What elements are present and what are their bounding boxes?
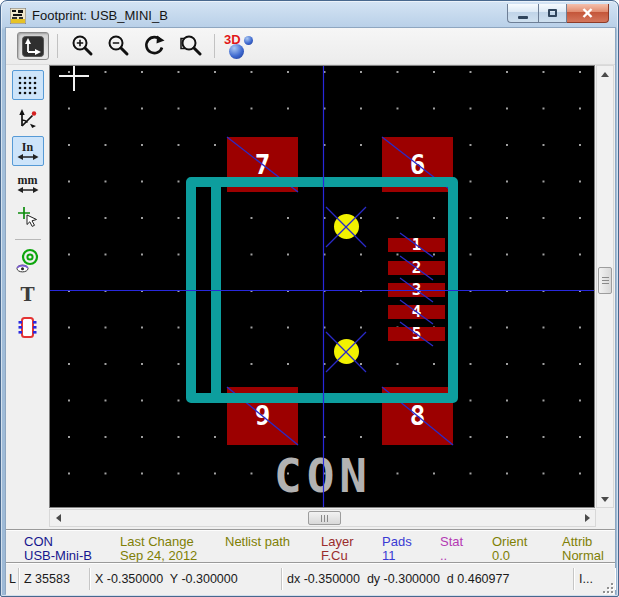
field-value: USB-Mini-B (24, 548, 92, 563)
text-icon: T (20, 285, 34, 304)
down-arrow-icon (601, 497, 609, 506)
horizontal-scrollbar[interactable] (49, 509, 596, 527)
vertical-scrollbar[interactable] (596, 65, 614, 508)
maximize-button[interactable] (538, 4, 567, 23)
field-label: Netlist path (225, 534, 290, 549)
minimize-icon (518, 16, 528, 19)
show-axes-button[interactable] (17, 32, 49, 60)
top-toolbar: 3D (6, 28, 615, 65)
status-cell-mode: L (6, 568, 19, 590)
inches-label: In (22, 142, 33, 153)
field-value: 11 (382, 548, 396, 563)
status-cell-position: X -0.350000 Y -0.300000 (90, 568, 282, 590)
field-value: Normal (562, 548, 604, 563)
polar-coords-icon (17, 107, 39, 129)
axes-layer (50, 66, 594, 507)
mm-label: mm (18, 175, 38, 186)
right-arrow-icon (585, 514, 594, 522)
redraw-icon (142, 34, 166, 58)
toolbar-separator (57, 34, 58, 58)
up-arrow-icon (601, 68, 609, 77)
drawing-canvas[interactable]: 7 6 9 8 1 2 3 4 5 (50, 66, 594, 507)
pad-eye-icon (15, 248, 41, 274)
zoom-fit-icon (178, 34, 202, 58)
pad-display-button[interactable] (12, 246, 44, 276)
cursor-crosshair (59, 66, 89, 91)
text-display-button[interactable]: T (12, 279, 44, 309)
units-mm-button[interactable]: mm (12, 169, 44, 199)
threed-label: 3D (224, 32, 241, 47)
left-arrow-icon (52, 514, 61, 522)
cursor-shape-button[interactable] (12, 202, 44, 232)
footprint-outline-icon (16, 315, 39, 340)
field-label: Pads (382, 534, 412, 549)
vertical-scroll-thumb[interactable] (598, 267, 612, 294)
double-arrow-icon (17, 186, 39, 194)
status-cell-delta: dx -0.350000 dy -0.300000 d 0.460977 (282, 568, 574, 590)
cursor-crosshair-icon (17, 206, 39, 228)
field-label: Attrib (562, 534, 592, 549)
resize-grip[interactable] (602, 582, 614, 594)
grid-icon (17, 75, 38, 96)
axes-origin-icon (22, 36, 44, 57)
units-inches-button[interactable]: In (12, 136, 44, 166)
close-button[interactable] (567, 4, 609, 23)
redraw-button[interactable] (138, 32, 170, 60)
field-label: Last Change (120, 534, 194, 549)
toolbar-separator (214, 34, 215, 58)
field-label: Orient (492, 534, 527, 549)
field-value: Sep 24, 2012 (120, 548, 197, 563)
scroll-right-button[interactable] (579, 510, 595, 526)
sphere-icon (244, 36, 253, 45)
field-value: .. (440, 548, 447, 563)
minimize-button[interactable] (507, 4, 538, 23)
field-label: CON (24, 534, 53, 549)
close-icon (582, 8, 593, 18)
double-arrow-icon (17, 153, 39, 161)
zoom-fit-button[interactable] (174, 32, 206, 60)
zoom-out-button[interactable] (102, 32, 134, 60)
titlebar: Footprint: USB_MINI_B (5, 4, 614, 27)
zoom-in-icon (70, 34, 94, 58)
status-bar: L Z 35583 X -0.350000 Y -0.300000 dx -0.… (6, 562, 615, 595)
left-toolbar: In mm (6, 65, 49, 529)
scroll-down-button[interactable] (597, 491, 613, 507)
status-cell-zoom: Z 35583 (19, 568, 90, 590)
grid-toggle-button[interactable] (12, 70, 44, 100)
view-3d-button[interactable]: 3D (223, 32, 257, 60)
field-value: F.Cu (321, 548, 348, 563)
field-label: Stat (440, 534, 463, 549)
field-value: 0.0 (492, 548, 510, 563)
app-icon (10, 8, 26, 24)
horizontal-scroll-thumb[interactable] (308, 511, 341, 525)
footprint-viewer-window: Footprint: USB_MINI_B (0, 0, 619, 597)
maximize-icon (548, 9, 557, 17)
canvas-frame: 7 6 9 8 1 2 3 4 5 (49, 65, 595, 508)
footprint-sketch-button[interactable] (12, 312, 44, 342)
window-title: Footprint: USB_MINI_B (32, 8, 168, 23)
scroll-up-button[interactable] (597, 66, 613, 82)
polar-coords-button[interactable] (12, 103, 44, 133)
field-label: Layer (321, 534, 354, 549)
zoom-in-button[interactable] (66, 32, 98, 60)
footprint-info-bar: CON USB-Mini-B Last Change Sep 24, 2012 … (6, 529, 615, 562)
scroll-left-button[interactable] (50, 510, 66, 526)
zoom-out-icon (106, 34, 130, 58)
toolbar-separator (15, 239, 41, 240)
client-area: 3D (5, 27, 616, 594)
